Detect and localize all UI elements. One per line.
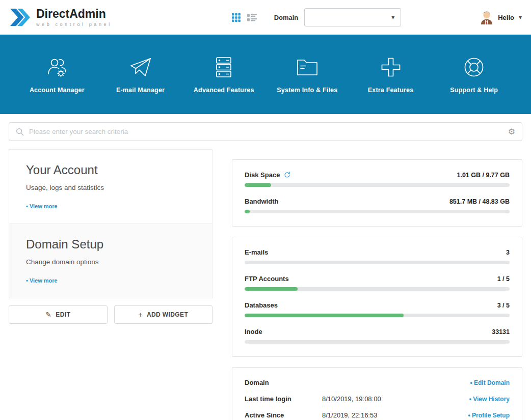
info-row-domain: Domain • Edit Domain [245, 379, 510, 386]
search-settings-gear-icon[interactable]: ⚙ [508, 128, 515, 136]
refresh-icon[interactable] [284, 172, 290, 178]
nav-item-advanced-features[interactable]: Advanced Features [182, 35, 266, 114]
paper-plane-icon [128, 55, 153, 79]
stat-label-text: Inode [245, 328, 262, 335]
stat-value: 33131 [492, 328, 510, 335]
plus-outline-icon [379, 55, 403, 79]
stats-column: Disk Space 1.01 GB / 9.77 GB [232, 159, 522, 420]
stats-card: E-mails 3 FTP Accounts 1 / 5 [232, 237, 522, 357]
stat-label-text: Disk Space [245, 171, 280, 179]
add-widget-button-label: ADD WIDGET [147, 311, 188, 318]
stat-value: 1 / 5 [497, 275, 510, 283]
nav-item-support-help[interactable]: Support & Help [432, 35, 516, 114]
progress-track [245, 261, 510, 264]
stat-label: FTP Accounts [245, 275, 289, 283]
widget-subtitle: Change domain options [26, 258, 195, 266]
brand-title: DirectAdmin [36, 8, 112, 20]
search-bar: ⚙ [9, 122, 522, 141]
progress-fill [245, 287, 298, 291]
main-content: Your Account Usage, logs and statistics … [0, 149, 531, 420]
domain-select[interactable]: ▾ [304, 8, 401, 26]
folder-files-icon [295, 55, 320, 79]
stat-value: 851.7 MB / 48.83 GB [449, 198, 510, 205]
top-header: DirectAdmin web control panel Domain [0, 0, 531, 35]
stat-row-databases: Databases 3 / 5 [245, 301, 510, 317]
widgets-column: Your Account Usage, logs and statistics … [9, 149, 213, 324]
list-view-icon[interactable] [247, 14, 257, 21]
nav-item-account-manager[interactable]: Account Manager [15, 35, 99, 114]
life-ring-icon [462, 55, 486, 79]
progress-track [245, 183, 510, 187]
edit-button-label: EDIT [56, 311, 70, 318]
nav-item-label: System Info & Files [277, 87, 337, 94]
progress-track [245, 340, 510, 344]
account-info-card: Domain • Edit Domain Last time login 8/1… [232, 367, 522, 420]
edit-button[interactable]: ✎ EDIT [9, 305, 108, 324]
info-row-last-login: Last time login 8/10/2019, 19:08:00 • Vi… [245, 395, 510, 403]
progress-fill [245, 314, 404, 317]
stat-label: E-mails [245, 248, 268, 256]
nav-item-email-manager[interactable]: E-mail Manager [99, 35, 182, 114]
stat-row-disk-space: Disk Space 1.01 GB / 9.77 GB [245, 171, 510, 187]
view-more-link[interactable]: • View more [26, 203, 58, 209]
stat-label: Disk Space [245, 171, 290, 179]
users-gear-icon [45, 55, 69, 79]
progress-track [245, 210, 510, 213]
nav-item-label: E-mail Manager [116, 87, 165, 94]
nav-item-system-info-files[interactable]: System Info & Files [266, 35, 349, 114]
server-stack-icon [211, 55, 236, 79]
stat-value: 3 / 5 [497, 302, 510, 309]
widget-subtitle: Usage, logs and statistics [26, 184, 195, 191]
search-icon [16, 128, 24, 136]
widget-title: Domain Setup [26, 237, 195, 251]
edit-domain-link[interactable]: • Edit Domain [470, 379, 510, 386]
header-center: Domain ▾ [153, 8, 480, 26]
stat-label-text: Databases [245, 301, 278, 309]
stat-label: Bandwidth [245, 198, 278, 205]
stat-label: Databases [245, 301, 278, 309]
widget-your-account: Your Account Usage, logs and statistics … [9, 150, 212, 223]
view-history-link[interactable]: • View History [469, 396, 510, 403]
brand-logo[interactable]: DirectAdmin web control panel [9, 8, 112, 27]
view-more-link[interactable]: • View more [26, 277, 58, 284]
grid-view-icon[interactable] [232, 13, 241, 22]
directadmin-logo-icon [9, 8, 31, 27]
widget-title: Your Account [26, 163, 195, 177]
info-value: 8/10/2019, 19:08:00 [322, 395, 469, 403]
stat-row-bandwidth: Bandwidth 851.7 MB / 48.83 GB [245, 198, 510, 213]
greeting-label: Hello [498, 14, 514, 21]
add-widget-button[interactable]: + ADD WIDGET [114, 305, 213, 324]
avatar [480, 10, 493, 24]
stat-label-text: E-mails [245, 248, 268, 256]
info-value: 8/1/2019, 22:16:53 [322, 411, 468, 419]
progress-track [245, 287, 510, 291]
widget-actions: ✎ EDIT + ADD WIDGET [9, 305, 213, 324]
domain-label: Domain [274, 14, 299, 21]
search-section: ⚙ [0, 114, 531, 149]
info-label: Active Since [245, 411, 322, 419]
info-label: Last time login [245, 395, 322, 403]
nav-item-extra-features[interactable]: Extra Features [349, 35, 433, 114]
search-input[interactable] [29, 128, 503, 135]
info-row-active-since: Active Since 8/1/2019, 22:16:53 • Profil… [245, 411, 510, 419]
progress-track [245, 314, 510, 317]
brand-subtitle: web control panel [36, 22, 112, 27]
stat-row-inode: Inode 33131 [245, 328, 510, 344]
plus-icon: + [138, 311, 143, 319]
info-label: Domain [245, 379, 322, 386]
widget-list: Your Account Usage, logs and statistics … [9, 149, 213, 298]
stat-label-text: Bandwidth [245, 198, 278, 205]
nav-item-label: Support & Help [450, 87, 498, 94]
stat-label: Inode [245, 328, 262, 335]
user-menu[interactable]: Hello ▾ [480, 10, 522, 24]
chevron-down-icon: ▾ [519, 14, 522, 20]
nav-item-label: Advanced Features [194, 87, 254, 94]
widget-domain-setup: Domain Setup Change domain options • Vie… [9, 223, 212, 298]
pencil-icon: ✎ [45, 311, 51, 319]
chevron-down-icon: ▾ [391, 14, 394, 20]
stat-value: 1.01 GB / 9.77 GB [457, 172, 510, 179]
nav-item-label: Account Manager [30, 87, 85, 94]
progress-fill [245, 210, 250, 213]
profile-setup-link[interactable]: • Profile Setup [468, 412, 510, 419]
nav-item-label: Extra Features [368, 87, 414, 94]
